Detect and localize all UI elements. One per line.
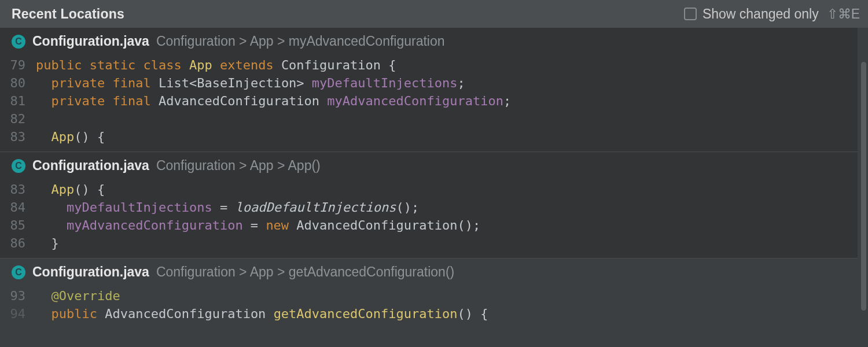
file-name: Configuration.java xyxy=(32,264,149,280)
show-changed-only-label[interactable]: Show changed only xyxy=(703,6,819,22)
location-entry[interactable]: CConfiguration.javaConfiguration > App >… xyxy=(0,259,858,328)
popup-title: Recent Locations xyxy=(12,6,124,22)
line-number: 86 xyxy=(0,234,36,252)
location-entry[interactable]: CConfiguration.javaConfiguration > App >… xyxy=(0,28,858,152)
code-text: App() { xyxy=(36,128,105,146)
code-line[interactable]: 83 App() { xyxy=(0,128,858,146)
scrollbar-thumb[interactable] xyxy=(861,62,866,311)
breadcrumb: Configuration > App > myAdvancedConfigur… xyxy=(156,34,445,49)
file-name: Configuration.java xyxy=(32,158,149,174)
code-line[interactable]: 79public static class App extends Config… xyxy=(0,56,858,74)
code-preview[interactable]: 93 @Override94 public AdvancedConfigurat… xyxy=(0,286,858,328)
code-text: myDefaultInjections = loadDefaultInjecti… xyxy=(36,198,419,216)
class-icon: C xyxy=(12,159,25,173)
entry-header[interactable]: CConfiguration.javaConfiguration > App >… xyxy=(0,259,858,286)
breadcrumb: Configuration > App > App() xyxy=(156,158,321,174)
line-number: 79 xyxy=(0,56,36,74)
code-text: private final AdvancedConfiguration myAd… xyxy=(36,92,511,110)
class-icon: C xyxy=(12,35,25,49)
line-number: 94 xyxy=(0,305,36,323)
entry-header[interactable]: CConfiguration.javaConfiguration > App >… xyxy=(0,28,858,55)
code-line[interactable]: 86 } xyxy=(0,234,858,252)
shortcut-hint: ⇧⌘E xyxy=(827,6,860,22)
line-number: 81 xyxy=(0,92,36,110)
line-number: 84 xyxy=(0,198,36,216)
code-preview[interactable]: 79public static class App extends Config… xyxy=(0,55,858,152)
code-line[interactable]: 81 private final AdvancedConfiguration m… xyxy=(0,92,858,110)
line-number: 85 xyxy=(0,216,36,234)
code-text: public static class App extends Configur… xyxy=(36,56,396,74)
code-line[interactable]: 80 private final List<BaseInjection> myD… xyxy=(0,74,858,92)
entry-header[interactable]: CConfiguration.javaConfiguration > App >… xyxy=(0,152,858,179)
line-number: 83 xyxy=(0,180,36,198)
line-number: 82 xyxy=(0,110,36,128)
code-line[interactable]: 83 App() { xyxy=(0,180,858,198)
code-text: private final List<BaseInjection> myDefa… xyxy=(36,74,465,92)
code-line[interactable]: 82 xyxy=(0,110,858,128)
line-number: 83 xyxy=(0,128,36,146)
code-text: @Override xyxy=(36,287,120,305)
code-preview[interactable]: 83 App() {84 myDefaultInjections = loadD… xyxy=(0,179,858,258)
code-line[interactable]: 85 myAdvancedConfiguration = new Advance… xyxy=(0,216,858,234)
breadcrumb: Configuration > App > getAdvancedConfigu… xyxy=(156,264,454,280)
entries-list: CConfiguration.javaConfiguration > App >… xyxy=(0,28,868,328)
file-name: Configuration.java xyxy=(32,34,149,49)
class-icon: C xyxy=(12,265,25,279)
code-line[interactable]: 93 @Override xyxy=(0,287,858,305)
code-text: } xyxy=(36,234,59,252)
code-line[interactable]: 84 myDefaultInjections = loadDefaultInje… xyxy=(0,198,858,216)
line-number: 80 xyxy=(0,74,36,92)
line-number: 93 xyxy=(0,287,36,305)
code-text: myAdvancedConfiguration = new AdvancedCo… xyxy=(36,216,480,234)
location-entry[interactable]: CConfiguration.javaConfiguration > App >… xyxy=(0,152,858,259)
entries-viewport: CConfiguration.javaConfiguration > App >… xyxy=(0,28,868,347)
popup-header: Recent Locations Show changed only ⇧⌘E xyxy=(0,0,868,28)
code-text: App() { xyxy=(36,180,105,198)
show-changed-only-checkbox[interactable] xyxy=(684,8,697,20)
code-text: public AdvancedConfiguration getAdvanced… xyxy=(36,305,488,323)
code-line[interactable]: 94 public AdvancedConfiguration getAdvan… xyxy=(0,305,858,323)
header-controls: Show changed only ⇧⌘E xyxy=(684,6,860,22)
